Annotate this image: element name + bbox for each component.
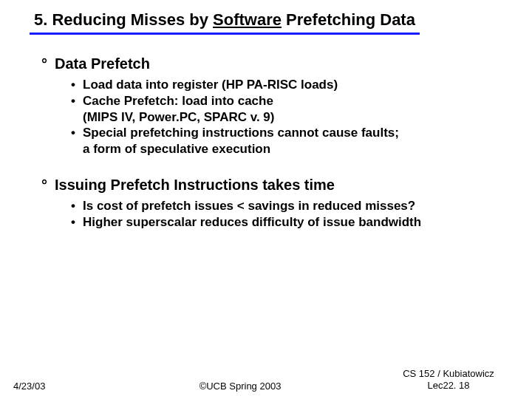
footer-course-line1: CS 152 / Kubiatowicz <box>378 368 519 380</box>
list-item-text: Higher superscalar reduces difficulty of… <box>83 214 502 231</box>
slide-footer: 4/23/03 ©UCB Spring 2003 CS 152 / Kubiat… <box>0 368 532 392</box>
slide-body: °Data Prefetch • Load data into register… <box>0 35 532 230</box>
list-item-text: Load data into register (HP PA-RISC load… <box>83 77 502 93</box>
slide: 5. Reducing Misses by Software Prefetchi… <box>0 0 532 399</box>
degree-icon: ° <box>41 55 55 72</box>
list-item-text: Cache Prefetch: load into cache(MIPS IV,… <box>83 93 502 126</box>
bullet-list: • Is cost of prefetch issues < savings i… <box>41 194 502 231</box>
list-item: • Cache Prefetch: load into cache(MIPS I… <box>71 93 502 126</box>
list-item: • Load data into register (HP PA-RISC lo… <box>71 77 502 93</box>
degree-icon: ° <box>41 177 55 194</box>
title-text-pre: 5. Reducing Misses by <box>34 10 213 29</box>
list-item: • Is cost of prefetch issues < savings i… <box>71 198 502 214</box>
list-item: • Special prefetching instructions canno… <box>71 125 502 157</box>
bullet-icon: • <box>71 198 83 214</box>
section-heading-text: Data Prefetch <box>55 55 150 72</box>
footer-course-info: CS 152 / Kubiatowicz Lec22. 18 <box>378 368 519 392</box>
footer-copyright: ©UCB Spring 2003 <box>102 381 378 392</box>
section-heading-text: Issuing Prefetch Instructions takes time <box>55 177 335 193</box>
slide-title: 5. Reducing Misses by Software Prefetchi… <box>30 10 420 35</box>
list-item-text: Special prefetching instructions cannot … <box>83 125 502 157</box>
list-item: • Higher superscalar reduces difficulty … <box>71 214 502 231</box>
list-item-text: Is cost of prefetch issues < savings in … <box>83 198 502 214</box>
footer-course-line2: Lec22. 18 <box>378 380 519 392</box>
title-text-post: Prefetching Data <box>282 10 415 29</box>
section-heading: °Data Prefetch <box>41 55 502 72</box>
bullet-icon: • <box>71 77 83 93</box>
section-heading: °Issuing Prefetch Instructions takes tim… <box>41 177 502 194</box>
bullet-icon: • <box>71 93 83 126</box>
section-data-prefetch: °Data Prefetch • Load data into register… <box>41 55 502 157</box>
footer-date: 4/23/03 <box>13 381 102 392</box>
bullet-icon: • <box>71 214 83 231</box>
section-issuing-prefetch: °Issuing Prefetch Instructions takes tim… <box>41 177 502 231</box>
title-text-underlined: Software <box>213 10 282 29</box>
title-area: 5. Reducing Misses by Software Prefetchi… <box>0 0 532 35</box>
bullet-icon: • <box>71 125 83 157</box>
bullet-list: • Load data into register (HP PA-RISC lo… <box>41 72 502 157</box>
